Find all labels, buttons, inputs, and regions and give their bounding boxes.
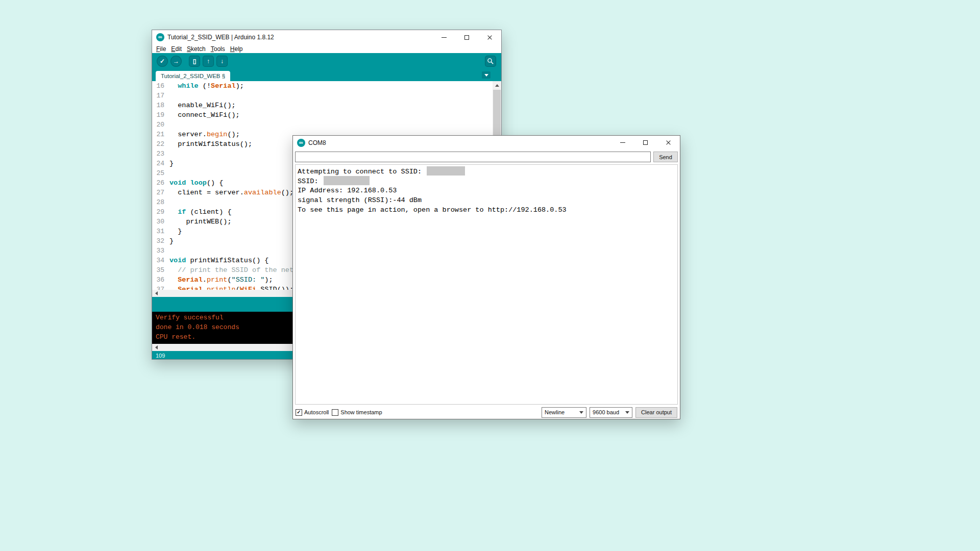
line-ending-select[interactable]: Newline xyxy=(542,407,586,418)
scroll-left-button[interactable] xyxy=(152,290,160,297)
redacted-ssid xyxy=(427,166,465,176)
code-line: 19 connect_WiFi(); xyxy=(152,110,501,120)
line-number: 19 xyxy=(152,110,169,120)
scroll-left-button[interactable] xyxy=(152,344,160,351)
redacted-ssid xyxy=(324,176,370,185)
arrow-left-icon xyxy=(155,345,158,349)
minimize-button[interactable] xyxy=(432,30,455,44)
line-number: 30 xyxy=(152,217,169,227)
serial-controls: ✓ Autoscroll Show timestamp Newline 9600… xyxy=(295,407,678,418)
line-number: 16 xyxy=(152,81,169,91)
line-number: 29 xyxy=(152,207,169,217)
close-icon xyxy=(487,35,493,40)
line-number: 21 xyxy=(152,130,169,139)
menu-item-edit[interactable]: Edit xyxy=(168,45,184,53)
menu-bar: FileEditSketchToolsHelp xyxy=(152,44,501,53)
line-number: 28 xyxy=(152,197,169,207)
tab-tutorial-2-ssid-web[interactable]: Tutorial_2_SSID_WEB § xyxy=(156,71,230,81)
close-button[interactable] xyxy=(478,30,501,44)
arrow-up-icon xyxy=(495,84,499,87)
autoscroll-control[interactable]: ✓ Autoscroll xyxy=(296,409,329,416)
code-line: 17 xyxy=(152,91,501,101)
line-number: 20 xyxy=(152,120,169,130)
show-timestamp-label: Show timestamp xyxy=(340,409,382,415)
upload-button[interactable]: → xyxy=(170,56,182,67)
tab-strip: Tutorial_2_SSID_WEB § xyxy=(152,69,501,81)
arduino-window-title: Tutorial_2_SSID_WEB | Arduino 1.8.12 xyxy=(167,34,274,41)
verify-button[interactable]: ✓ xyxy=(157,56,168,67)
minimize-icon xyxy=(620,142,625,143)
menu-item-tools[interactable]: Tools xyxy=(208,45,228,53)
line-number: 33 xyxy=(152,246,169,256)
arduino-logo-icon: ∞ xyxy=(156,33,164,41)
serial-output-line: To see this page in action, open a brows… xyxy=(298,205,675,215)
scroll-up-button[interactable] xyxy=(493,81,501,90)
serial-input-row: Send xyxy=(295,152,678,162)
line-number: 25 xyxy=(152,168,169,178)
serial-window-controls xyxy=(611,136,680,149)
serial-window-title: COM8 xyxy=(308,139,326,146)
clear-output-button[interactable]: Clear output xyxy=(635,407,677,418)
line-number-indicator: 109 xyxy=(156,353,165,359)
maximize-icon xyxy=(464,35,469,40)
maximize-button[interactable] xyxy=(455,30,478,44)
chevron-down-icon xyxy=(484,74,488,77)
code-line: 16 while (!Serial); xyxy=(152,81,501,91)
line-number: 27 xyxy=(152,188,169,197)
send-button[interactable]: Send xyxy=(653,152,678,162)
save-button[interactable]: ↓ xyxy=(216,56,228,67)
open-button[interactable]: ↑ xyxy=(203,56,214,67)
serial-output-line: IP Address: 192.168.0.53 xyxy=(298,186,675,195)
line-number: 35 xyxy=(152,265,169,275)
serial-monitor-window: ∞ COM8 Send Attempting to connect to SSI… xyxy=(292,135,680,419)
line-number: 34 xyxy=(152,256,169,265)
baud-rate-select[interactable]: 9600 baud xyxy=(590,407,632,418)
line-number: 17 xyxy=(152,91,169,101)
arduino-window-controls xyxy=(432,30,501,44)
code-line: 18 enable_WiFi(); xyxy=(152,101,501,110)
serial-output-line: SSID: xyxy=(298,176,675,186)
line-number: 18 xyxy=(152,101,169,110)
line-number: 24 xyxy=(152,159,169,168)
serial-titlebar[interactable]: ∞ COM8 xyxy=(293,136,680,149)
autoscroll-checkbox[interactable]: ✓ xyxy=(296,409,302,416)
maximize-button[interactable] xyxy=(634,136,657,149)
line-number: 36 xyxy=(152,275,169,285)
chevron-down-icon xyxy=(579,411,583,414)
line-number: 37 xyxy=(152,285,169,290)
line-number: 31 xyxy=(152,227,169,236)
scrollbar-thumb[interactable] xyxy=(493,90,501,138)
close-icon xyxy=(666,140,671,145)
new-sketch-button[interactable]: ▯ xyxy=(189,56,200,67)
serial-output-line: signal strength (RSSI):-44 dBm xyxy=(298,195,675,205)
chevron-down-icon xyxy=(625,411,629,414)
serial-output[interactable]: Attempting to connect to SSID: SSID: IP … xyxy=(295,164,678,405)
menu-item-sketch[interactable]: Sketch xyxy=(184,45,208,53)
line-number: 22 xyxy=(152,139,169,149)
line-number: 32 xyxy=(152,236,169,246)
close-button[interactable] xyxy=(657,136,680,149)
serial-monitor-body: Send Attempting to connect to SSID: SSID… xyxy=(293,149,680,419)
menu-item-help[interactable]: Help xyxy=(228,45,246,53)
tab-list-button[interactable] xyxy=(482,71,491,79)
menu-item-file[interactable]: File xyxy=(154,45,168,53)
show-timestamp-control[interactable]: Show timestamp xyxy=(332,409,382,416)
minimize-button[interactable] xyxy=(611,136,634,149)
baud-rate-value: 9600 baud xyxy=(593,409,619,415)
maximize-icon xyxy=(643,140,648,145)
line-number: 23 xyxy=(152,149,169,159)
magnifier-icon xyxy=(487,58,494,65)
serial-output-line: Attempting to connect to SSID: xyxy=(298,166,675,176)
arrow-left-icon xyxy=(155,291,158,295)
minimize-icon xyxy=(442,37,447,38)
autoscroll-label: Autoscroll xyxy=(304,409,329,415)
arduino-logo-icon: ∞ xyxy=(297,139,305,147)
code-line: 20 xyxy=(152,120,501,130)
serial-input[interactable] xyxy=(295,152,651,162)
line-number: 26 xyxy=(152,178,169,188)
serial-monitor-button[interactable] xyxy=(485,56,496,67)
toolbar: ✓→▯↑↓ xyxy=(152,53,501,69)
arduino-titlebar[interactable]: ∞ Tutorial_2_SSID_WEB | Arduino 1.8.12 xyxy=(152,30,501,44)
line-ending-value: Newline xyxy=(545,409,565,415)
show-timestamp-checkbox[interactable] xyxy=(332,409,338,416)
